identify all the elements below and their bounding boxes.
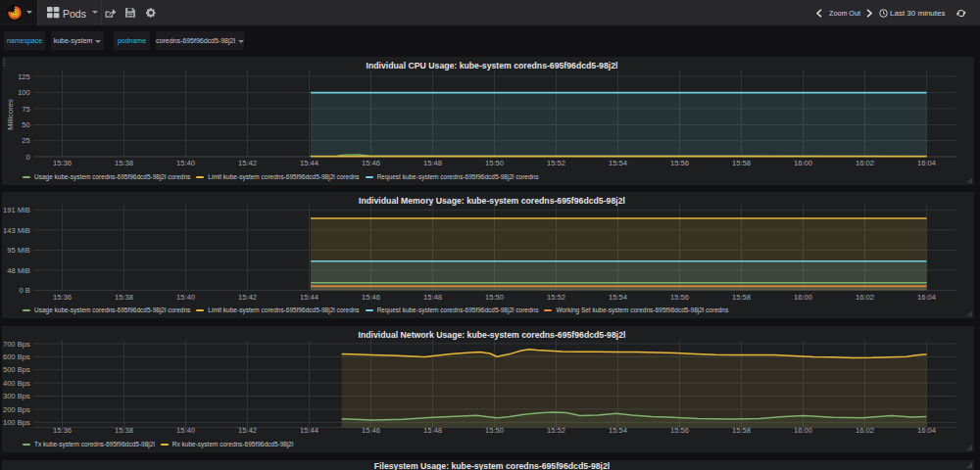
svg-text:25: 25 [22, 136, 29, 145]
svg-text:15:58: 15:58 [732, 159, 751, 167]
svg-text:15:48: 15:48 [423, 426, 442, 435]
svg-text:16:04: 16:04 [917, 293, 936, 302]
svg-text:600 Bps: 600 Bps [3, 352, 30, 361]
svg-text:48 MiB: 48 MiB [7, 266, 30, 275]
svg-text:15:48: 15:48 [423, 159, 442, 167]
svg-text:15:52: 15:52 [547, 159, 565, 167]
svg-text:500 Bps: 500 Bps [3, 365, 30, 374]
svg-text:16:00: 16:00 [794, 293, 812, 302]
svg-text:15:54: 15:54 [609, 159, 627, 167]
svg-text:15:48: 15:48 [423, 293, 442, 302]
svg-text:16:00: 16:00 [794, 426, 812, 435]
svg-text:15:38: 15:38 [115, 293, 133, 302]
svg-text:16:02: 16:02 [856, 426, 874, 435]
svg-text:15:42: 15:42 [238, 426, 257, 435]
svg-text:15:44: 15:44 [300, 426, 318, 435]
svg-text:16:04: 16:04 [917, 426, 936, 435]
svg-text:16:02: 16:02 [856, 159, 874, 167]
svg-text:16:04: 16:04 [917, 159, 936, 167]
svg-text:15:58: 15:58 [732, 293, 751, 302]
svg-text:50: 50 [22, 120, 29, 129]
svg-text:100 Bps: 100 Bps [3, 418, 30, 427]
svg-text:15:36: 15:36 [53, 293, 72, 302]
svg-text:15:56: 15:56 [670, 293, 689, 302]
svg-text:15:52: 15:52 [547, 426, 565, 435]
svg-text:125: 125 [18, 72, 30, 81]
svg-text:16:00: 16:00 [794, 159, 812, 167]
svg-text:700 Bps: 700 Bps [3, 340, 30, 349]
svg-text:16:02: 16:02 [856, 293, 874, 302]
svg-text:15:50: 15:50 [485, 426, 504, 435]
svg-text:15:38: 15:38 [115, 426, 133, 435]
svg-text:Millicores: Millicores [6, 99, 15, 130]
svg-text:0 B: 0 B [19, 286, 29, 295]
svg-text:15:50: 15:50 [485, 293, 504, 302]
svg-text:75: 75 [22, 105, 29, 114]
svg-text:200 Bps: 200 Bps [3, 405, 30, 414]
svg-text:15:42: 15:42 [238, 159, 257, 167]
svg-text:15:40: 15:40 [176, 426, 195, 435]
svg-text:15:46: 15:46 [362, 293, 380, 302]
svg-text:0: 0 [26, 153, 30, 162]
svg-text:100: 100 [18, 88, 30, 97]
svg-text:15:40: 15:40 [176, 293, 195, 302]
svg-text:143 MiB: 143 MiB [3, 226, 30, 235]
svg-text:15:36: 15:36 [53, 159, 72, 167]
svg-text:400 Bps: 400 Bps [3, 379, 30, 388]
svg-text:15:46: 15:46 [362, 426, 380, 435]
svg-text:15:56: 15:56 [670, 159, 689, 167]
svg-text:15:44: 15:44 [300, 159, 318, 167]
svg-text:15:54: 15:54 [609, 293, 627, 302]
svg-text:15:38: 15:38 [115, 159, 133, 167]
svg-text:15:50: 15:50 [485, 159, 504, 167]
svg-text:15:52: 15:52 [547, 293, 565, 302]
svg-text:15:46: 15:46 [362, 159, 380, 167]
svg-text:15:56: 15:56 [670, 426, 689, 435]
svg-text:95 MiB: 95 MiB [7, 246, 30, 255]
svg-text:15:44: 15:44 [300, 293, 318, 302]
svg-text:15:40: 15:40 [176, 159, 195, 167]
svg-text:300 Bps: 300 Bps [3, 392, 30, 400]
svg-text:15:42: 15:42 [238, 293, 257, 302]
svg-text:15:58: 15:58 [732, 426, 751, 435]
svg-text:15:54: 15:54 [609, 426, 627, 435]
svg-text:15:36: 15:36 [53, 426, 72, 435]
svg-text:191 MiB: 191 MiB [3, 206, 30, 214]
